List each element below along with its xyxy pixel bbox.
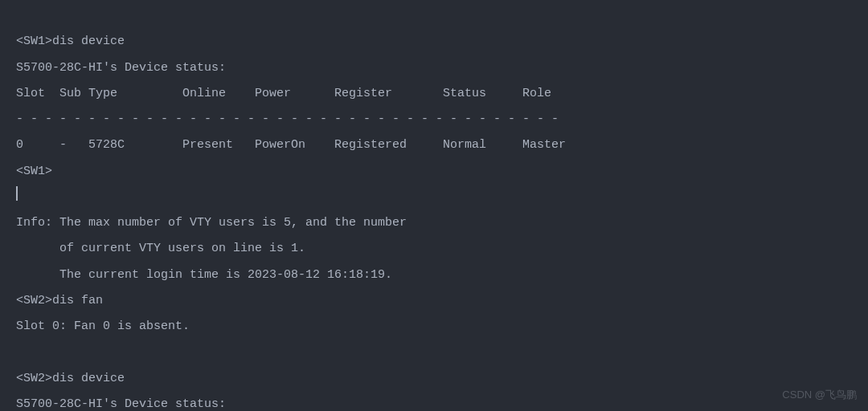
terminal-line: Slot 0: Fan 0 is absent. — [16, 319, 190, 333]
terminal-line: <SW1> — [16, 165, 52, 178]
terminal-line: <SW1>dis device — [16, 35, 125, 48]
terminal-line: The current login time is 2023-08-12 16:… — [16, 268, 392, 282]
terminal-line: of current VTY users on line is 1. — [16, 242, 305, 255]
terminal-line: <SW2>dis fan — [16, 294, 103, 307]
terminal-output[interactable]: <SW1>dis device S5700-28C-HI's Device st… — [0, 3, 868, 411]
terminal-line: - - - - - - - - - - - - - - - - - - - - … — [16, 112, 559, 126]
terminal-line: 0 - 5728C Present PowerOn Registered Nor… — [16, 138, 566, 152]
terminal-line: Slot Sub Type Online Power Register Stat… — [16, 87, 551, 100]
terminal-line: S5700-28C-HI's Device status: — [16, 397, 226, 411]
terminal-line: S5700-28C-HI's Device status: — [16, 61, 226, 75]
terminal-line: Info: The max number of VTY users is 5, … — [16, 216, 407, 230]
terminal-line: <SW2>dis device — [16, 372, 125, 385]
cursor-icon — [16, 186, 18, 201]
watermark-label: CSDN @飞鸟鹏 — [782, 384, 857, 406]
